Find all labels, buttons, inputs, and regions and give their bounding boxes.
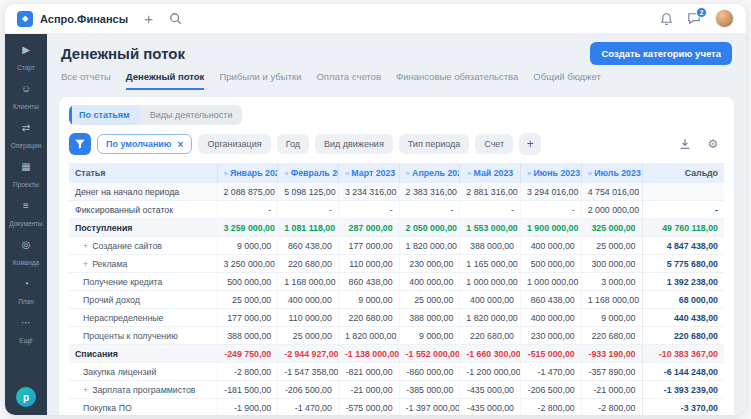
settings-button[interactable]: ⚙: [702, 133, 724, 155]
sidebar-item-label: Проекты: [13, 181, 39, 188]
filter-account-button[interactable]: Счет: [475, 134, 513, 154]
preset-chip[interactable]: По умолчанию ×: [97, 134, 192, 154]
more-icon: ⋯: [5, 317, 47, 329]
column-header-saldo: Сальдо: [642, 163, 724, 183]
notifications-bell-icon[interactable]: [660, 12, 673, 26]
row-label: Зарплата программистов: [92, 385, 195, 395]
expand-column-icon[interactable]: »: [588, 169, 592, 178]
page-header: Денежный поток Создать категорию учета: [47, 34, 746, 67]
column-header-month[interactable]: »Май 2023: [460, 163, 521, 183]
table-row-interest-receivable[interactable]: Проценты к получению388 000,0025 000,001…: [69, 327, 724, 345]
value-cell: 177 000,00: [338, 237, 399, 255]
column-header-month[interactable]: »Февраль 2023: [278, 163, 339, 183]
tab-invoices[interactable]: Оплата счетов: [316, 71, 380, 90]
row-label: Фиксированный остаток: [75, 205, 173, 215]
operations-icon: ⇄: [5, 122, 47, 134]
column-header-month[interactable]: »Апрель 2023: [399, 163, 460, 183]
filter-period-type-button[interactable]: Тип периода: [399, 134, 469, 154]
value-cell: 3 234 316,00: [338, 183, 399, 201]
search-icon[interactable]: [169, 12, 182, 25]
row-label: Денег на начало периода: [75, 187, 179, 197]
sidebar-item-plan[interactable]: ◔План: [5, 274, 47, 313]
sidebar-item-start[interactable]: ▶Старт: [5, 40, 47, 79]
table-row-other-income[interactable]: Прочий доход25 000,00400 000,009 000,002…: [69, 291, 724, 309]
create-category-button[interactable]: Создать категорию учета: [590, 42, 732, 65]
close-icon[interactable]: ×: [178, 140, 184, 149]
sidebar-item-more[interactable]: ⋯Ещё: [5, 313, 47, 352]
page-title: Денежный поток: [61, 45, 185, 62]
messages-badge: 2: [696, 7, 707, 18]
filter-button[interactable]: [69, 133, 91, 155]
saldo-cell: 220 680,00: [642, 327, 724, 345]
expand-row-icon[interactable]: +: [83, 241, 88, 251]
saldo-cell: 4 847 438,00: [642, 237, 724, 255]
table-row-licenses[interactable]: Закупка лицензий-2 800,00-1 547 358,00-8…: [69, 363, 724, 381]
download-button[interactable]: [674, 133, 696, 155]
user-avatar[interactable]: [715, 9, 734, 28]
value-cell: -2 944 927,00: [278, 345, 339, 363]
value-cell: -1 900,00: [217, 399, 278, 416]
messages-icon[interactable]: 2: [687, 12, 701, 25]
table-row-opening-balance[interactable]: Денег на начало периода2 088 875,005 098…: [69, 183, 724, 201]
sidebar-item-projects[interactable]: ▦Проекты: [5, 157, 47, 196]
app-body: ▶Старт☺Клиенты⇄Операции▦Проекты≡Документ…: [5, 34, 746, 415]
expand-column-icon[interactable]: »: [284, 169, 288, 178]
table-row-unallocated[interactable]: Нераспределенные177 000,00110 000,00220 …: [69, 309, 724, 327]
table-row-fixed-balance[interactable]: Фиксированный остаток------2 000 000,00-: [69, 201, 724, 219]
sidebar-item-label: Старт: [17, 64, 35, 71]
tab-profit-loss[interactable]: Прибыли и убытки: [219, 71, 301, 90]
value-cell: 220 680,00: [338, 309, 399, 327]
tab-budget[interactable]: Общий бюджет: [533, 71, 600, 90]
sidebar-item-documents[interactable]: ≡Документы: [5, 196, 47, 235]
column-header-month[interactable]: »Июнь 2023: [521, 163, 582, 183]
toggle-by-activity[interactable]: Виды деятельности: [140, 105, 243, 125]
table-row-site-creation[interactable]: +Создание сайтов9 000,00860 438,00177 00…: [69, 237, 724, 255]
toggle-by-items[interactable]: По статьям: [69, 105, 140, 125]
row-label: Прочий доход: [83, 295, 140, 305]
column-header-month[interactable]: »Март 2023: [338, 163, 399, 183]
filter-organization-button[interactable]: Организация: [198, 134, 270, 154]
expand-row-icon[interactable]: +: [83, 259, 88, 269]
value-cell: 2 000 000,00: [581, 201, 642, 219]
filter-movement-type-button[interactable]: Вид движения: [315, 134, 393, 154]
aspro-logo[interactable]: p: [16, 387, 36, 407]
sidebar-item-team[interactable]: ◎Команда: [5, 235, 47, 274]
table-row-loan[interactable]: Получение кредита500 000,001 168 000,008…: [69, 273, 724, 291]
sidebar-item-operations[interactable]: ⇄Операции: [5, 118, 47, 157]
expand-column-icon[interactable]: »: [224, 169, 228, 178]
column-header-month[interactable]: »Январь 2023: [217, 163, 278, 183]
table-row-software[interactable]: Покупка ПО-1 900,00-1 470,00-575 000,00-…: [69, 399, 724, 416]
expand-column-icon[interactable]: »: [345, 169, 349, 178]
value-cell: 2 088 875,00: [217, 183, 278, 201]
expand-column-icon[interactable]: »: [406, 169, 410, 178]
column-header-text: Апрель 2023: [412, 168, 460, 178]
value-cell: -21 000,00: [338, 381, 399, 399]
value-cell: 25 000,00: [278, 327, 339, 345]
filter-buttons: ОрганизацияГодВид движенияТип периодаСче…: [198, 134, 513, 154]
expand-column-icon[interactable]: »: [467, 169, 471, 178]
row-label-cell: Прочий доход: [69, 291, 217, 309]
value-cell: 400 000,00: [521, 237, 582, 255]
quick-add-icon[interactable]: +: [144, 11, 153, 26]
expand-column-icon[interactable]: »: [527, 169, 531, 178]
value-cell: 25 000,00: [399, 291, 460, 309]
table-row-income[interactable]: Поступления3 259 000,001 081 118,00287 0…: [69, 219, 724, 237]
tab-all-reports[interactable]: Все отчёты: [61, 71, 111, 90]
expand-row-icon[interactable]: +: [83, 385, 88, 395]
row-label-cell: +Реклама: [69, 255, 217, 273]
tab-liabilities[interactable]: Финансовые обязательства: [396, 71, 518, 90]
table-row-advertising[interactable]: +Реклама3 250 000,00220 680,00110 000,00…: [69, 255, 724, 273]
sidebar-item-clients[interactable]: ☺Клиенты: [5, 79, 47, 118]
value-cell: 1 820 000,00: [338, 327, 399, 345]
filter-year-button[interactable]: Год: [277, 134, 309, 154]
column-header-text: Июнь 2023: [533, 168, 580, 178]
table-row-dev-salary[interactable]: +Зарплата программистов-181 500,00-206 5…: [69, 381, 724, 399]
sidebar-item-label: Клиенты: [13, 103, 39, 110]
column-header-month[interactable]: »Июль 2023: [581, 163, 642, 183]
add-filter-button[interactable]: +: [519, 133, 541, 155]
brand[interactable]: ◆ Аспро.Финансы: [17, 11, 128, 27]
table-tools: ⚙: [674, 133, 724, 155]
tab-cash-flow[interactable]: Денежный поток: [126, 71, 205, 90]
saldo-cell: -6 144 248,00: [642, 363, 724, 381]
table-row-expenses[interactable]: Списания-249 750,00-2 944 927,00-1 138 0…: [69, 345, 724, 363]
